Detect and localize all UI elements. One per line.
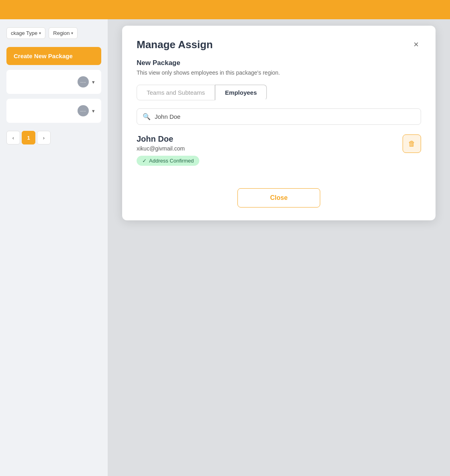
search-input[interactable] <box>155 113 415 120</box>
top-bar <box>0 0 450 19</box>
modal-footer: Close <box>137 188 421 207</box>
sidebar: ckage Type ▾ Region ▾ Create New Package… <box>0 19 108 476</box>
create-new-package-button[interactable]: Create New Package <box>6 47 101 65</box>
search-icon: 🔍 <box>143 113 151 120</box>
chevron-down-icon: ▾ <box>71 31 73 35</box>
package-card-1: ··· ▾ <box>6 70 101 94</box>
prev-page-button[interactable]: ‹ <box>6 131 20 144</box>
employee-row: John Doe xikuc@givmail.com ✓ Address Con… <box>137 134 421 172</box>
chevron-down-icon: ▾ <box>39 31 41 35</box>
address-confirmed-badge: ✓ Address Confirmed <box>137 156 199 166</box>
search-container: 🔍 <box>137 108 421 125</box>
trash-icon: 🗑 <box>408 140 415 148</box>
package-type-label: ckage Type <box>11 30 37 36</box>
check-icon: ✓ <box>142 158 147 164</box>
next-page-button[interactable]: › <box>37 131 51 144</box>
close-button[interactable]: Close <box>237 188 320 207</box>
region-label: Region <box>53 30 70 36</box>
sidebar-filters: ckage Type ▾ Region ▾ <box>6 27 101 39</box>
pagination: ‹ 1 › <box>6 131 101 144</box>
chevron-down-icon: ▾ <box>92 79 95 85</box>
modal-backdrop: Manage Assign × New Package This view on… <box>108 19 450 476</box>
more-options-icon: ··· <box>78 105 89 116</box>
region-filter[interactable]: Region ▾ <box>49 27 78 39</box>
badge-label: Address Confirmed <box>149 158 194 164</box>
current-page-button[interactable]: 1 <box>22 131 35 144</box>
tab-employees[interactable]: Employees <box>215 85 267 100</box>
employee-email: xikuc@givmail.com <box>137 145 199 152</box>
modal-description: This view only shows employees in this p… <box>137 69 421 76</box>
manage-assign-modal: Manage Assign × New Package This view on… <box>122 26 436 220</box>
tab-group: Teams and Subteams Employees <box>137 85 421 100</box>
modal-close-button[interactable]: × <box>411 39 421 51</box>
modal-header: Manage Assign × <box>137 39 421 51</box>
employee-name: John Doe <box>137 134 199 144</box>
package-subtitle: New Package <box>137 59 421 67</box>
package-card-2: ··· ▾ <box>6 99 101 123</box>
tab-teams-subteams[interactable]: Teams and Subteams <box>137 85 215 100</box>
more-options-icon: ··· <box>78 76 89 87</box>
employee-info: John Doe xikuc@givmail.com ✓ Address Con… <box>137 134 199 166</box>
chevron-down-icon: ▾ <box>92 108 95 114</box>
delete-employee-button[interactable]: 🗑 <box>403 134 421 153</box>
package-type-filter[interactable]: ckage Type ▾ <box>6 27 45 39</box>
modal-title: Manage Assign <box>137 39 213 51</box>
